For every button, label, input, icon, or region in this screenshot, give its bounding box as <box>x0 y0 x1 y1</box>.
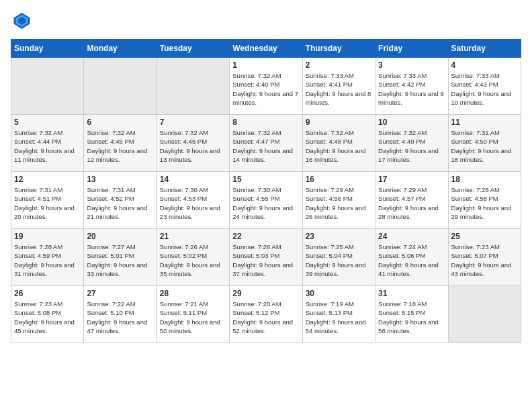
day-info: Sunrise: 7:32 AM Sunset: 4:47 PM Dayligh… <box>232 128 299 164</box>
calendar-cell: 28Sunrise: 7:21 AM Sunset: 5:11 PM Dayli… <box>157 286 229 343</box>
day-info: Sunrise: 7:18 AM Sunset: 5:15 PM Dayligh… <box>378 300 445 335</box>
weekday-header: Monday <box>84 40 157 58</box>
calendar-cell: 4Sunrise: 7:33 AM Sunset: 4:43 PM Daylig… <box>448 58 521 115</box>
day-info: Sunrise: 7:30 AM Sunset: 4:53 PM Dayligh… <box>160 185 226 221</box>
calendar-cell: 1Sunrise: 7:32 AM Sunset: 4:40 PM Daylig… <box>230 58 302 115</box>
day-number: 15 <box>232 175 299 184</box>
day-info: Sunrise: 7:25 AM Sunset: 5:04 PM Dayligh… <box>306 242 372 278</box>
calendar-week-row: 19Sunrise: 7:28 AM Sunset: 4:59 PM Dayli… <box>11 229 521 286</box>
weekday-header: Thursday <box>302 40 375 58</box>
day-number: 11 <box>451 118 518 127</box>
calendar-cell: 3Sunrise: 7:33 AM Sunset: 4:42 PM Daylig… <box>375 58 448 115</box>
day-number: 3 <box>378 60 445 70</box>
day-number: 17 <box>378 175 445 184</box>
calendar-cell: 11Sunrise: 7:31 AM Sunset: 4:50 PM Dayli… <box>448 115 521 172</box>
day-number: 1 <box>232 60 299 70</box>
calendar-cell: 21Sunrise: 7:26 AM Sunset: 5:02 PM Dayli… <box>157 229 229 286</box>
day-number: 2 <box>306 60 372 70</box>
calendar-cell: 19Sunrise: 7:28 AM Sunset: 4:59 PM Dayli… <box>11 229 84 286</box>
day-number: 22 <box>232 232 299 241</box>
day-number: 26 <box>14 289 81 298</box>
calendar-cell: 8Sunrise: 7:32 AM Sunset: 4:47 PM Daylig… <box>230 115 302 172</box>
calendar-body: 1Sunrise: 7:32 AM Sunset: 4:40 PM Daylig… <box>11 58 521 343</box>
calendar-cell: 12Sunrise: 7:31 AM Sunset: 4:51 PM Dayli… <box>11 172 84 229</box>
day-info: Sunrise: 7:24 AM Sunset: 5:06 PM Dayligh… <box>378 242 445 278</box>
logo <box>11 11 34 31</box>
weekday-header-row: SundayMondayTuesdayWednesdayThursdayFrid… <box>11 40 521 58</box>
calendar-cell: 16Sunrise: 7:29 AM Sunset: 4:56 PM Dayli… <box>302 172 375 229</box>
day-number: 23 <box>306 232 372 241</box>
calendar-cell <box>84 58 157 115</box>
day-number: 25 <box>451 232 518 241</box>
day-info: Sunrise: 7:29 AM Sunset: 4:57 PM Dayligh… <box>378 185 445 221</box>
calendar-cell: 14Sunrise: 7:30 AM Sunset: 4:53 PM Dayli… <box>157 172 229 229</box>
calendar-cell: 15Sunrise: 7:30 AM Sunset: 4:55 PM Dayli… <box>230 172 302 229</box>
day-info: Sunrise: 7:33 AM Sunset: 4:41 PM Dayligh… <box>306 71 372 107</box>
calendar-cell: 31Sunrise: 7:18 AM Sunset: 5:15 PM Dayli… <box>375 286 448 343</box>
day-number: 28 <box>160 289 226 298</box>
calendar-cell: 29Sunrise: 7:20 AM Sunset: 5:12 PM Dayli… <box>230 286 302 343</box>
calendar-thead: SundayMondayTuesdayWednesdayThursdayFrid… <box>11 40 521 58</box>
calendar-cell: 26Sunrise: 7:23 AM Sunset: 5:08 PM Dayli… <box>11 286 84 343</box>
day-number: 29 <box>232 289 299 298</box>
day-number: 30 <box>306 289 372 298</box>
day-number: 10 <box>378 118 445 127</box>
day-number: 13 <box>87 175 153 184</box>
day-number: 18 <box>451 175 518 184</box>
day-number: 19 <box>14 232 81 241</box>
day-number: 16 <box>306 175 372 184</box>
weekday-header: Tuesday <box>157 40 229 58</box>
day-info: Sunrise: 7:19 AM Sunset: 5:13 PM Dayligh… <box>306 300 372 335</box>
day-number: 20 <box>87 232 153 241</box>
day-info: Sunrise: 7:30 AM Sunset: 4:55 PM Dayligh… <box>232 185 299 221</box>
day-info: Sunrise: 7:31 AM Sunset: 4:52 PM Dayligh… <box>87 185 153 221</box>
day-number: 27 <box>87 289 153 298</box>
calendar-cell: 30Sunrise: 7:19 AM Sunset: 5:13 PM Dayli… <box>302 286 375 343</box>
day-info: Sunrise: 7:23 AM Sunset: 5:08 PM Dayligh… <box>14 300 81 335</box>
calendar-cell: 10Sunrise: 7:32 AM Sunset: 4:49 PM Dayli… <box>375 115 448 172</box>
day-number: 4 <box>451 60 518 70</box>
day-number: 9 <box>306 118 372 127</box>
calendar-cell: 17Sunrise: 7:29 AM Sunset: 4:57 PM Dayli… <box>375 172 448 229</box>
day-info: Sunrise: 7:31 AM Sunset: 4:51 PM Dayligh… <box>14 185 81 221</box>
day-info: Sunrise: 7:26 AM Sunset: 5:02 PM Dayligh… <box>160 242 226 278</box>
calendar-cell: 25Sunrise: 7:23 AM Sunset: 5:07 PM Dayli… <box>448 229 521 286</box>
day-info: Sunrise: 7:32 AM Sunset: 4:44 PM Dayligh… <box>14 128 81 164</box>
day-info: Sunrise: 7:21 AM Sunset: 5:11 PM Dayligh… <box>160 300 226 335</box>
day-number: 6 <box>87 118 153 127</box>
day-info: Sunrise: 7:32 AM Sunset: 4:45 PM Dayligh… <box>87 128 153 164</box>
calendar-week-row: 5Sunrise: 7:32 AM Sunset: 4:44 PM Daylig… <box>11 115 521 172</box>
day-info: Sunrise: 7:32 AM Sunset: 4:40 PM Dayligh… <box>232 71 299 107</box>
weekday-header: Wednesday <box>230 40 302 58</box>
day-info: Sunrise: 7:28 AM Sunset: 4:58 PM Dayligh… <box>451 185 518 221</box>
weekday-header: Saturday <box>448 40 521 58</box>
calendar-cell: 20Sunrise: 7:27 AM Sunset: 5:01 PM Dayli… <box>84 229 157 286</box>
day-info: Sunrise: 7:32 AM Sunset: 4:46 PM Dayligh… <box>160 128 226 164</box>
day-number: 14 <box>160 175 226 184</box>
day-number: 7 <box>160 118 226 127</box>
day-info: Sunrise: 7:29 AM Sunset: 4:56 PM Dayligh… <box>306 185 372 221</box>
calendar-table: SundayMondayTuesdayWednesdayThursdayFrid… <box>11 39 521 343</box>
day-info: Sunrise: 7:33 AM Sunset: 4:43 PM Dayligh… <box>451 71 518 107</box>
day-info: Sunrise: 7:22 AM Sunset: 5:10 PM Dayligh… <box>87 300 153 335</box>
day-number: 24 <box>378 232 445 241</box>
header-area <box>11 11 521 31</box>
calendar-cell: 6Sunrise: 7:32 AM Sunset: 4:45 PM Daylig… <box>84 115 157 172</box>
calendar-cell: 23Sunrise: 7:25 AM Sunset: 5:04 PM Dayli… <box>302 229 375 286</box>
day-info: Sunrise: 7:32 AM Sunset: 4:49 PM Dayligh… <box>378 128 445 164</box>
calendar-cell: 24Sunrise: 7:24 AM Sunset: 5:06 PM Dayli… <box>375 229 448 286</box>
calendar-cell: 18Sunrise: 7:28 AM Sunset: 4:58 PM Dayli… <box>448 172 521 229</box>
logo-icon <box>11 11 31 31</box>
calendar-container: SundayMondayTuesdayWednesdayThursdayFrid… <box>0 0 532 350</box>
calendar-cell: 2Sunrise: 7:33 AM Sunset: 4:41 PM Daylig… <box>302 58 375 115</box>
calendar-week-row: 26Sunrise: 7:23 AM Sunset: 5:08 PM Dayli… <box>11 286 521 343</box>
day-info: Sunrise: 7:28 AM Sunset: 4:59 PM Dayligh… <box>14 242 81 278</box>
day-info: Sunrise: 7:20 AM Sunset: 5:12 PM Dayligh… <box>232 300 299 335</box>
calendar-cell <box>11 58 84 115</box>
day-info: Sunrise: 7:23 AM Sunset: 5:07 PM Dayligh… <box>451 242 518 278</box>
day-info: Sunrise: 7:32 AM Sunset: 4:48 PM Dayligh… <box>306 128 372 164</box>
calendar-cell <box>448 286 521 343</box>
calendar-cell: 9Sunrise: 7:32 AM Sunset: 4:48 PM Daylig… <box>302 115 375 172</box>
calendar-cell: 22Sunrise: 7:26 AM Sunset: 5:03 PM Dayli… <box>230 229 302 286</box>
day-number: 8 <box>232 118 299 127</box>
